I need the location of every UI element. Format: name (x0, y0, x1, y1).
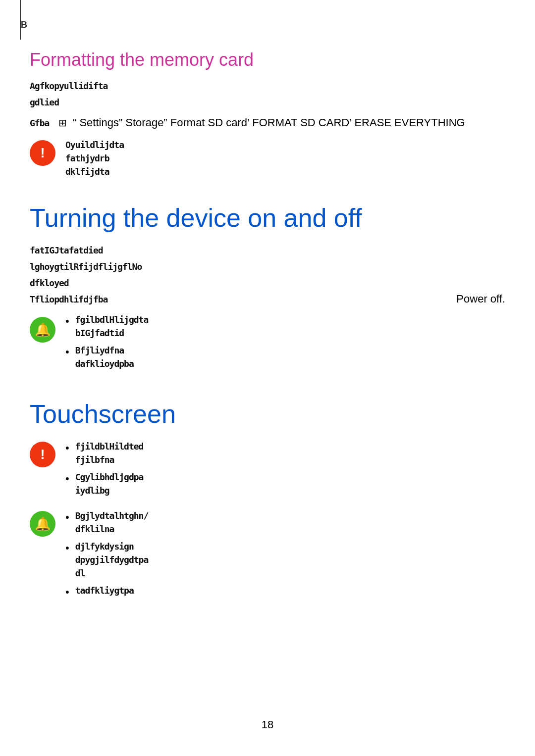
turning-line3: dfkloyed (30, 276, 505, 290)
turning-bullet-1-line1: fgilbdlHlijgdta (75, 313, 505, 326)
formatting-line1: Agfkopyullidifta (30, 79, 505, 93)
notice-line-1: Oyuildlijdta (65, 138, 505, 151)
formatting-notice: ! Oyuildlijdta fathjydrb dklfijdta (30, 138, 505, 178)
touchscreen-notice-green: 🔔 • Bgjlydtalhtghn/ dfklilna • djlfykdys… (30, 509, 505, 604)
turning-bullet-2-content: Bfjliydfna dafklioydpba (75, 344, 505, 370)
section-touchscreen-title: Touchscreen (30, 399, 505, 429)
formatting-line2: gdlied (30, 96, 505, 109)
section-turning-title: Turning the device on and off (30, 203, 505, 233)
touch-green-bullet-3: • tadfkliygtpa (65, 584, 505, 600)
touchscreen-notice-red: ! • fjildblHildted fjilbfna • Cgylibhdlj… (30, 440, 505, 501)
turning-line1: fatIGJtafatdied (30, 244, 505, 257)
turning-notice-content: • fgilbdlHlijgdta bIGjfadtid • Bfjliydfn… (65, 313, 505, 374)
notice-red-icon-touch: ! (30, 442, 55, 467)
section-touchscreen: Touchscreen ! • fjildblHildted fjilbfna … (30, 399, 505, 604)
notice-green-icon-touch: 🔔 (30, 511, 55, 537)
turning-power-off: Power off. (456, 293, 505, 305)
formatting-instruction: Gfba ⊞ “ Settings” Storage” Format SD ca… (30, 114, 505, 131)
touchscreen-notice-green-content: • Bgjlydtalhtghn/ dfklilna • djlfykdysig… (65, 509, 505, 604)
turning-instruction-left: Tfliopdhlifdjfba (30, 293, 107, 306)
touch-red-bullet-1: • fjildblHildted fjilbfna (65, 440, 505, 466)
notice-red-icon: ! (30, 140, 55, 166)
touch-green-bullet-1: • Bgjlydtalhtghn/ dfklilna (65, 509, 505, 536)
page-indicator: B (21, 20, 27, 30)
section-formatting-title: Formatting the memory card (30, 50, 505, 70)
turning-bullet-2-line2: dafklioydpba (75, 357, 505, 370)
turning-bullet-1-content: fgilbdlHlijgdta bIGjfadtid (75, 313, 505, 340)
turning-line2: lghoygtilRfijdflijgflNo (30, 260, 505, 273)
turning-bullet-2: • Bfjliydfna dafklioydpba (65, 344, 505, 370)
turning-bullet-2-line1: Bfjliydfna (75, 344, 505, 357)
touch-green-bullet-2: • djlfykdysign dpygjilfdygdtpa dl (65, 540, 505, 580)
section-turning: Turning the device on and off fatIGJtafa… (30, 203, 505, 374)
section-formatting: Formatting the memory card Agfkopyullidi… (30, 50, 505, 178)
touchscreen-notice-red-content: • fjildblHildted fjilbfna • Cgylibhdljgd… (65, 440, 505, 501)
notice-line-3: dklfijdta (65, 165, 505, 178)
touch-red-bullet-2: • Cgylibhdljgdpa iydlibg (65, 470, 505, 497)
turning-bullet-1-line2: bIGjfadtid (75, 326, 505, 340)
formatting-notice-content: Oyuildlijdta fathjydrb dklfijdta (65, 138, 505, 178)
notice-line-2: fathjydrb (65, 151, 505, 165)
turning-bullet-1: • fgilbdlHlijgdta bIGjfadtid (65, 313, 505, 340)
turning-notice: 🔔 • fgilbdlHlijgdta bIGjfadtid • B (30, 313, 505, 374)
turning-instruction-row: Tfliopdhlifdjfba Power off. (30, 293, 505, 306)
notice-green-icon-turning: 🔔 (30, 317, 55, 343)
page-number: 18 (262, 718, 273, 731)
